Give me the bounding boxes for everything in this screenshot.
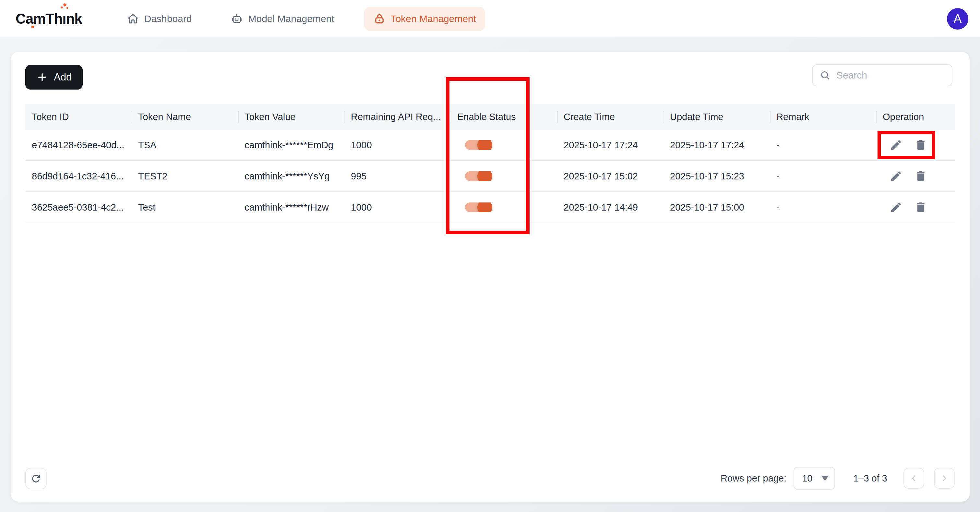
pencil-icon (889, 201, 902, 214)
cell-token-id: e7484128-65ee-40d... (25, 140, 132, 150)
token-table: Token ID Token Name Token Value Remainin… (25, 104, 955, 223)
edit-button[interactable] (889, 137, 904, 153)
cell-remark: - (770, 140, 876, 150)
pencil-icon (889, 170, 902, 183)
cell-token-value: camthink-******EmDg (238, 140, 344, 150)
cell-remaining: 1000 (344, 202, 451, 213)
cell-create-time: 2025-10-17 15:02 (557, 171, 663, 182)
add-token-button[interactable]: Add (25, 65, 83, 89)
previous-page-button[interactable] (904, 468, 924, 489)
table-row: 86d9d164-1c32-416... TEST2 camthink-****… (25, 161, 955, 192)
logo-sparkle-icon (63, 3, 67, 6)
logo-sparkle-icon (66, 6, 68, 9)
top-navigation-bar: CamThınk Dashboard Model Manage (0, 0, 980, 37)
cell-create-time: 2025-10-17 14:49 (557, 202, 663, 213)
avatar-initial: A (953, 12, 961, 26)
cell-operation (876, 169, 955, 183)
table-row: e7484128-65ee-40d... TSA camthink-******… (25, 130, 955, 161)
col-header-token-name: Token Name (132, 104, 238, 130)
plus-icon (36, 72, 48, 83)
cell-operation (876, 200, 955, 215)
logo-text-2: nk (66, 11, 82, 27)
col-header-token-value: Token Value (238, 104, 344, 130)
search-input[interactable] (836, 70, 945, 81)
chevron-right-icon (939, 474, 949, 483)
delete-button[interactable] (913, 169, 928, 183)
cell-remark: - (770, 202, 876, 213)
lock-icon (373, 13, 386, 25)
col-header-remaining: Remaining API Req... (344, 104, 451, 130)
chevron-left-icon (909, 474, 919, 483)
edit-button[interactable] (889, 200, 904, 215)
col-header-token-id: Token ID (25, 104, 132, 130)
cell-token-value: camthink-******YsYg (238, 171, 344, 182)
refresh-icon (30, 473, 42, 485)
trash-icon (914, 139, 927, 152)
cell-enable-status (451, 171, 557, 181)
col-header-update-time: Update Time (663, 104, 770, 130)
cell-token-name: Test (132, 202, 238, 213)
robot-icon (231, 13, 243, 25)
cell-token-value: camthink-******rHzw (238, 202, 344, 213)
add-button-label: Add (54, 72, 72, 83)
nav-item-model-management[interactable]: Model Management (221, 7, 343, 31)
cell-update-time: 2025-10-17 15:23 (663, 171, 770, 182)
main-nav: Dashboard Model Management (118, 7, 485, 31)
nav-label: Model Management (248, 13, 334, 24)
home-icon (127, 13, 139, 25)
rows-per-page-label: Rows per page: (721, 473, 786, 484)
cell-remaining: 1000 (344, 140, 451, 150)
search-box (812, 64, 953, 86)
nav-label: Dashboard (144, 13, 192, 24)
edit-button[interactable] (889, 169, 904, 183)
delete-button[interactable] (913, 137, 928, 153)
cell-enable-status (451, 203, 557, 212)
trash-icon (914, 170, 927, 183)
toggle-thumb (477, 171, 492, 181)
nav-item-token-management[interactable]: Token Management (364, 7, 485, 31)
cell-token-id: 3625aee5-0381-4c2... (25, 202, 132, 213)
enable-toggle[interactable] (465, 203, 491, 212)
logo-text-1: CamTh (16, 11, 62, 27)
rows-per-page-select[interactable]: 10 (794, 467, 835, 490)
cell-update-time: 2025-10-17 15:00 (663, 202, 770, 213)
cell-token-name: TSA (132, 140, 238, 150)
cell-enable-status (451, 140, 557, 150)
caret-down-icon (821, 476, 829, 480)
col-header-operation: Operation (876, 104, 955, 130)
nav-item-dashboard[interactable]: Dashboard (118, 7, 201, 31)
col-header-remark: Remark (770, 104, 876, 130)
pencil-icon (889, 139, 902, 152)
cell-create-time: 2025-10-17 17:24 (557, 140, 663, 150)
rows-per-page-value: 10 (802, 473, 812, 484)
user-avatar[interactable]: A (947, 8, 968, 30)
nav-label: Token Management (391, 13, 476, 24)
pagination: Rows per page: 10 1–3 of 3 (721, 466, 955, 491)
col-header-enable-status: Enable Status (451, 104, 557, 130)
logo-accent-dot (32, 26, 34, 28)
logo-dotless-i: ı (62, 11, 66, 27)
delete-button[interactable] (913, 200, 928, 215)
token-management-panel: Add Token ID Token Name Token Value Rema… (11, 52, 970, 502)
cell-remark: - (770, 171, 876, 182)
page-range-label: 1–3 of 3 (853, 473, 887, 484)
cell-token-id: 86d9d164-1c32-416... (25, 171, 132, 182)
refresh-button[interactable] (25, 468, 47, 489)
next-page-button[interactable] (934, 468, 955, 489)
enable-toggle[interactable] (465, 171, 491, 181)
col-header-create-time: Create Time (557, 104, 663, 130)
cell-remaining: 995 (344, 171, 451, 182)
cell-token-name: TEST2 (132, 171, 238, 182)
logo-sparkle-icon (60, 6, 63, 8)
cell-operation (876, 137, 955, 153)
search-icon (819, 70, 830, 81)
toggle-thumb (477, 140, 492, 150)
enable-toggle[interactable] (465, 140, 491, 150)
table-header-row: Token ID Token Name Token Value Remainin… (25, 104, 955, 130)
trash-icon (914, 201, 927, 214)
cell-update-time: 2025-10-17 17:24 (663, 140, 770, 150)
toggle-thumb (477, 203, 492, 212)
table-row: 3625aee5-0381-4c2... Test camthink-*****… (25, 192, 955, 223)
camthink-logo: CamThınk (16, 11, 82, 27)
